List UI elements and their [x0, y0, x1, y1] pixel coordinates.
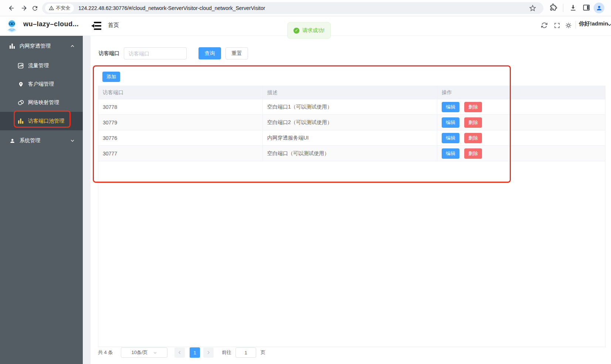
toolbar-divider	[563, 4, 563, 12]
chevron-left-icon	[177, 350, 182, 355]
breadcrumb-home[interactable]: 首页	[108, 22, 119, 29]
table-row: 30777 空白端口（可以测试使用） 编辑 删除	[98, 146, 605, 161]
chevron-right-icon	[206, 350, 211, 355]
security-label: 不安全	[56, 5, 70, 11]
ports-table: 访客端口 描述 操作 30778 空白端口1（可以测试使用） 编辑 删除 307…	[98, 86, 605, 347]
cell-desc: 空白端口1（可以测试使用）	[263, 99, 437, 114]
header-divider	[576, 21, 576, 29]
extensions-icon[interactable]	[549, 4, 557, 11]
fullscreen-icon[interactable]	[554, 23, 560, 28]
toast-message: 请求成功!	[302, 27, 325, 34]
forward-icon[interactable]	[19, 3, 29, 13]
sidebar-group-intranet[interactable]: 内网穿透管理	[0, 36, 83, 56]
reload-icon[interactable]	[30, 3, 40, 13]
cell-desc: 空白端口2（可以测试使用）	[263, 115, 437, 130]
refresh-icon[interactable]	[541, 22, 548, 29]
sidebar-item-mapping[interactable]: 网络映射管理	[0, 93, 83, 112]
sidebar-item-visitor-port-pool[interactable]: 访客端口池管理	[0, 112, 83, 130]
browser-toolbar: 不安全 124.222.48.62:30776/#/cloud_network-…	[0, 0, 611, 16]
traffic-chart-icon	[17, 63, 24, 69]
side-panel-icon[interactable]	[583, 4, 590, 11]
chevron-down-icon	[70, 138, 75, 143]
success-toast: ✓ 请求成功!	[287, 22, 331, 39]
column-header-desc: 描述	[263, 86, 437, 99]
link-map-icon	[17, 100, 24, 106]
delete-button[interactable]: 删除	[464, 117, 482, 128]
reset-button[interactable]: 重置	[225, 47, 248, 59]
next-page-button[interactable]	[203, 347, 214, 358]
page-unit-label: 页	[261, 349, 265, 356]
sidebar-item-label: 流量管理	[28, 62, 49, 69]
table-row: 30779 空白端口2（可以测试使用） 编辑 删除	[98, 115, 605, 130]
delete-button[interactable]: 删除	[464, 148, 482, 159]
theme-sun-icon[interactable]	[566, 23, 571, 28]
bar-chart-icon	[9, 43, 16, 49]
column-header-port: 访客端口	[98, 86, 263, 99]
goto-page-input[interactable]	[235, 347, 256, 358]
delete-button[interactable]: 删除	[464, 102, 482, 112]
delete-button[interactable]: 删除	[464, 133, 482, 143]
sidebar-item-label: 访客端口池管理	[28, 118, 64, 124]
cell-desc: 内网穿透服务端UI	[263, 130, 437, 145]
table-row: 30776 内网穿透服务端UI 编辑 删除	[98, 130, 605, 146]
search-label: 访客端口	[99, 50, 119, 57]
back-icon[interactable]	[6, 3, 17, 13]
download-icon[interactable]	[569, 4, 577, 11]
location-pin-icon	[17, 82, 24, 87]
search-input[interactable]	[124, 47, 187, 59]
table-header: 访客端口 描述 操作	[98, 86, 605, 99]
sidebar-item-client[interactable]: 客户端管理	[0, 75, 83, 93]
prev-page-button[interactable]	[174, 347, 185, 358]
cell-port: 30778	[98, 99, 263, 114]
edit-button[interactable]: 编辑	[442, 133, 459, 143]
sidebar-group-label: 内网穿透管理	[20, 43, 51, 49]
app-logo	[4, 18, 19, 33]
cell-desc: 空白端口（可以测试使用）	[263, 146, 437, 161]
user-icon	[9, 138, 16, 144]
sidebar-item-label: 网络映射管理	[28, 99, 59, 106]
goto-label: 前往	[222, 349, 231, 356]
sidebar-group-system[interactable]: 系统管理	[0, 130, 83, 151]
edit-button[interactable]: 编辑	[442, 117, 459, 128]
chevron-up-icon	[70, 44, 75, 48]
page-size-select[interactable]: 10条/页	[121, 347, 167, 358]
chevron-down-icon	[153, 351, 157, 355]
screen: 不安全 124.222.48.62:30776/#/cloud_network-…	[0, 0, 611, 364]
security-chip[interactable]: 不安全	[45, 4, 74, 13]
bar-chart-icon	[17, 118, 24, 124]
page-size-value: 10条/页	[131, 349, 147, 356]
chevron-down-icon[interactable]	[607, 22, 611, 27]
sidebar-group-label: 系统管理	[20, 137, 40, 144]
url-text: 124.222.48.62:30776/#/cloud_network-Serv…	[78, 5, 265, 11]
app-title: wu–lazy–cloud...	[23, 20, 79, 28]
table-row: 30778 空白端口1（可以测试使用） 编辑 删除	[98, 99, 605, 115]
cell-port: 30776	[98, 130, 263, 145]
edit-button[interactable]: 编辑	[442, 102, 459, 112]
address-bar[interactable]: 不安全 124.222.48.62:30776/#/cloud_network-…	[42, 2, 543, 14]
sidebar: 内网穿透管理 流量管理 客户端管理 网络映射管理	[0, 36, 83, 364]
edit-button[interactable]: 编辑	[442, 148, 459, 159]
cell-port: 30779	[98, 115, 263, 130]
add-button[interactable]: 添加	[102, 72, 120, 82]
pagination-total: 共 4 条	[98, 349, 113, 356]
query-button[interactable]: 查询	[198, 47, 221, 59]
warning-icon	[49, 6, 54, 11]
page-1-button[interactable]: 1	[190, 347, 200, 358]
star-icon[interactable]	[529, 4, 537, 12]
menu-fold-icon[interactable]	[91, 20, 103, 31]
sidebar-item-label: 客户端管理	[28, 81, 54, 87]
profile-icon[interactable]	[594, 3, 604, 13]
column-header-actions: 操作	[437, 86, 605, 99]
user-menu[interactable]: 你好!admin	[579, 20, 608, 27]
cell-port: 30777	[98, 146, 263, 161]
check-circle-icon: ✓	[293, 28, 299, 34]
sidebar-item-traffic[interactable]: 流量管理	[0, 56, 83, 75]
